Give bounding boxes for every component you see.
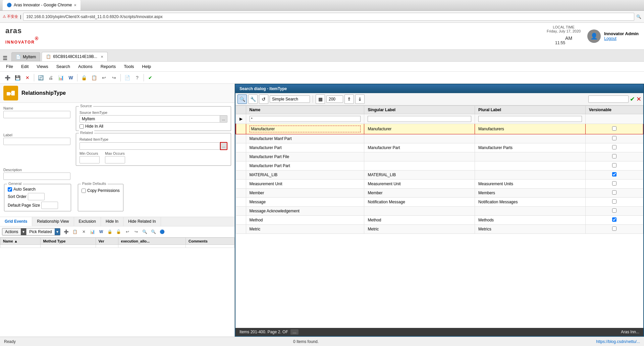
browser-tab[interactable]: 🔵 Aras Innovator - Google Chrome ✕ (3, 0, 80, 11)
grid-search[interactable]: 🔍 (141, 228, 149, 236)
cell-name-7[interactable]: Member (246, 189, 364, 198)
toolbar-save[interactable]: 💾 (13, 73, 22, 82)
toolbar-copy[interactable]: 📋 (89, 73, 99, 82)
cell-versionable-3[interactable] (585, 152, 643, 161)
cell-name-10[interactable]: Method (246, 216, 364, 225)
tab-grid-events[interactable]: Grid Events (0, 217, 32, 226)
table-row[interactable]: MessageNotification MessageNotification … (236, 198, 643, 207)
cell-name-2[interactable]: Manufacturer Part (246, 143, 364, 152)
dialog-search-btn[interactable]: 🔍 (237, 94, 247, 104)
tab-form[interactable]: 📋 65CB9148C6114E19B... ✕ (42, 52, 107, 61)
col-name-header[interactable]: Name (246, 106, 364, 114)
hamburger-menu[interactable]: ☰ (3, 55, 7, 61)
cell-versionable-5[interactable] (585, 170, 643, 180)
filter-singular-input[interactable] (368, 116, 471, 122)
col-method-type[interactable]: Method Type (40, 238, 96, 245)
cell-versionable-10[interactable] (585, 216, 643, 225)
col-singular-header[interactable]: Singular Label (364, 106, 475, 114)
col-name[interactable]: Name ▲ (0, 238, 41, 245)
pick-related-label[interactable]: Pick Related (26, 228, 54, 235)
cell-name-3[interactable]: Manufacturer Part File (246, 152, 364, 161)
dialog-grid-view[interactable]: ▦ (316, 94, 325, 104)
cell-versionable-1[interactable] (585, 134, 643, 143)
search-mode-select[interactable]: Simple Search (270, 95, 310, 103)
logout-link[interactable]: Logout (604, 36, 639, 41)
table-row[interactable]: Measurement UnitMeasurement UnitMeasurem… (236, 180, 643, 189)
table-row[interactable]: MethodMethodMethods (236, 216, 643, 225)
col-plural-header[interactable]: Plural Label (475, 106, 586, 114)
cell-versionable-7[interactable] (585, 189, 643, 198)
grid-copy[interactable]: 📋 (71, 228, 79, 236)
grid-delete[interactable]: ✕ (80, 228, 88, 236)
cell-name-4[interactable]: Manufacturer Part Part (246, 161, 364, 170)
toolbar-doc[interactable]: 📄 (122, 73, 132, 82)
actions-label[interactable]: Actions (2, 228, 21, 235)
table-row[interactable]: Manufacturer Part File (236, 152, 643, 161)
dialog-sort-asc[interactable]: ⇑ (344, 94, 354, 104)
dialog-reset-btn[interactable]: ↺ (259, 94, 268, 104)
table-row[interactable]: Manufacturer Part Part (236, 161, 643, 170)
copy-permissions-checkbox[interactable] (82, 189, 86, 193)
url-input[interactable]: 192.168.0.100/ylxplm/Client/X-salt=std_1… (23, 13, 634, 21)
toolbar-lock[interactable]: 🔒 (79, 73, 89, 82)
cell-versionable-6[interactable] (585, 180, 643, 189)
toolbar-undo[interactable]: ↩ (99, 73, 109, 82)
tab-relationship-view[interactable]: Relationship View (32, 217, 74, 226)
table-row[interactable]: Manufacturer Manf Part (236, 134, 643, 143)
cell-versionable-2[interactable] (585, 143, 643, 152)
menu-tools[interactable]: Tools (120, 63, 137, 70)
toolbar-check[interactable]: ✔ (146, 73, 155, 82)
tab-hide-related-in[interactable]: Hide Related In (123, 217, 161, 226)
min-occurs-input[interactable] (79, 156, 100, 163)
cell-name-8[interactable]: Message (246, 198, 364, 207)
table-row[interactable]: Message Acknowledgement (236, 207, 643, 216)
grid-excel[interactable]: 📊 (89, 228, 97, 236)
col-comments[interactable]: Comments (185, 238, 234, 245)
grid-word[interactable]: W (97, 228, 105, 236)
cell-name-11[interactable]: Metric (246, 225, 364, 234)
menu-search[interactable]: Search (53, 63, 73, 70)
grid-unlock[interactable]: 🔓 (115, 228, 123, 236)
related-itemtype-input[interactable] (79, 142, 220, 150)
table-row[interactable]: Manufacturer PartManufacturer PartManufa… (236, 143, 643, 152)
col-versionable-header[interactable]: Versionable (585, 106, 643, 114)
grid-redo[interactable]: ↪ (132, 228, 140, 236)
menu-help[interactable]: Help (139, 63, 155, 70)
tab-myitem[interactable]: 📄 MyItem (11, 52, 40, 61)
related-browse-btn[interactable]: … (220, 142, 227, 150)
label-input[interactable] (3, 138, 70, 145)
menu-views[interactable]: Views (33, 63, 51, 70)
filter-versionable[interactable] (585, 114, 643, 124)
auto-search-checkbox[interactable] (8, 187, 12, 192)
table-row[interactable]: MetricMetricMetrics (236, 225, 643, 234)
menu-edit[interactable]: Edit (18, 63, 32, 70)
dialog-count-input[interactable] (326, 95, 343, 103)
cell-versionable-11[interactable] (585, 225, 643, 234)
grid-lock[interactable]: 🔒 (106, 228, 114, 236)
dialog-cancel-btn[interactable]: ✕ (636, 95, 641, 103)
browser-tab-close[interactable]: ✕ (74, 3, 76, 7)
actions-dropdown[interactable]: Actions ▾ Pick Related ▾ (2, 228, 60, 235)
toolbar-word[interactable]: W (66, 73, 75, 82)
description-input[interactable] (3, 172, 70, 180)
toolbar-print[interactable]: 🖨 (46, 73, 55, 82)
cell-versionable-4[interactable] (585, 161, 643, 170)
cell-versionable-8[interactable] (585, 198, 643, 207)
toolbar-help[interactable]: ? (132, 73, 142, 82)
form-tab-close[interactable]: ✕ (101, 55, 103, 59)
toolbar-add[interactable]: ➕ (3, 73, 12, 82)
table-row[interactable]: ManufacturerManufacturers (236, 124, 643, 134)
grid-reset-search[interactable]: 🔵 (158, 228, 166, 236)
cell-name-6[interactable]: Measurement Unit (246, 180, 364, 189)
cell-name-0[interactable] (246, 124, 364, 134)
filter-name[interactable] (246, 114, 364, 124)
pick-related-arrow[interactable]: ▾ (55, 228, 60, 235)
table-row[interactable]: MATERIAL_LIBMATERIAL_LIB (236, 170, 643, 180)
filter-plural-input[interactable] (478, 116, 582, 122)
selected-name-input[interactable] (250, 126, 361, 132)
cell-name-5[interactable]: MATERIAL_LIB (246, 170, 364, 180)
table-row[interactable] (0, 245, 234, 248)
toolbar-redo[interactable]: ↪ (109, 73, 119, 82)
grid-add[interactable]: ➕ (62, 228, 70, 236)
hide-in-all-checkbox[interactable] (79, 124, 84, 129)
